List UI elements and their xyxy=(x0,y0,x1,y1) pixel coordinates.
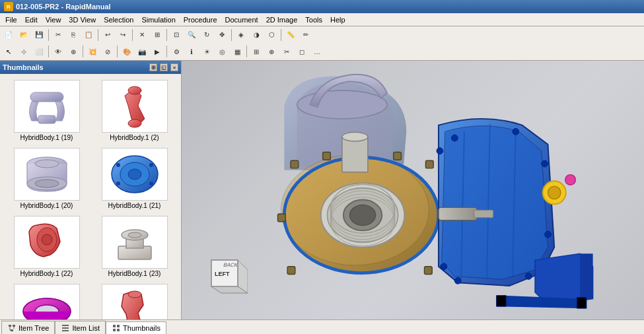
toolbar-show-all[interactable]: ⊕ xyxy=(66,44,81,59)
thumb-item-21[interactable]: HybridBody.1 (21) xyxy=(90,145,178,213)
toolbar-select-all[interactable]: ⊞ xyxy=(150,28,164,42)
toolbar-explode[interactable]: 💥 xyxy=(85,44,100,59)
menu-view[interactable]: View xyxy=(42,15,65,25)
svg-point-7 xyxy=(35,180,59,187)
left-panel: Thumbnails ⊞ ◱ × xyxy=(0,61,182,319)
orient-cube-svg: LEFT BACK xyxy=(195,253,248,306)
tab-item-tree[interactable]: Item Tree xyxy=(1,321,55,334)
thumb-svg-23 xyxy=(105,218,164,266)
toolbar-lighting[interactable]: ☀ xyxy=(199,44,214,59)
toolbar-shading[interactable]: ◑ xyxy=(249,28,264,42)
svg-rect-81 xyxy=(113,329,116,331)
toolbar-video[interactable]: ▶ xyxy=(150,44,164,59)
svg-point-53 xyxy=(542,160,548,167)
thumb-item-19[interactable]: HybridBody.1 (19) xyxy=(3,77,90,145)
svg-rect-77 xyxy=(62,327,69,329)
svg-point-60 xyxy=(548,186,560,199)
toolbar-sep-5 xyxy=(231,29,232,41)
thumb-item-20[interactable]: HybridBody.1 (20) xyxy=(3,145,90,213)
menu-selection[interactable]: Selection xyxy=(100,15,137,25)
toolbar-open[interactable]: 📂 xyxy=(17,28,31,42)
svg-rect-37 xyxy=(323,152,331,160)
thumb-svg-24 xyxy=(17,286,77,319)
menu-simulation[interactable]: Simulation xyxy=(137,15,179,25)
toolbar-undo[interactable]: ↩ xyxy=(100,28,115,42)
toolbar-measure[interactable]: 📏 xyxy=(283,28,298,42)
thumb-svg-19 xyxy=(17,83,77,130)
svg-point-12 xyxy=(116,163,120,167)
menu-tools[interactable]: Tools xyxy=(301,15,326,25)
toolbar-annotate[interactable]: ✏ xyxy=(299,28,313,42)
thumb-item-25[interactable]: HybridBody.1 (25) xyxy=(90,281,178,319)
menu-document[interactable]: Document xyxy=(221,15,262,25)
tab-item-list[interactable]: Item List xyxy=(55,321,106,334)
menu-help[interactable]: Help xyxy=(326,15,349,25)
panel-close-btn[interactable]: × xyxy=(170,63,178,71)
toolbar-clipping[interactable]: ✂ xyxy=(279,44,294,59)
thumb-label-19: HybridBody.1 (19) xyxy=(20,134,73,141)
menu-3dview[interactable]: 3D View xyxy=(65,15,100,25)
toolbar-redo[interactable]: ↪ xyxy=(116,28,130,42)
tab-thumbnails[interactable]: Thumbnails xyxy=(106,321,166,334)
panel-pin-btn[interactable]: ⊞ xyxy=(149,63,157,71)
thumbnail-grid: HybridBody.1 (19) xyxy=(0,74,181,319)
toolbar-delete[interactable]: ✕ xyxy=(135,28,149,42)
menu-file[interactable]: File xyxy=(1,15,21,25)
pump-3d-model xyxy=(215,67,611,312)
toolbar-axis[interactable]: ⊕ xyxy=(264,44,279,59)
svg-rect-32 xyxy=(425,160,433,168)
toolbar-zoom-fit[interactable]: ⊡ xyxy=(169,28,184,42)
toolbar-row-1: 📄 📂 💾 ✂ ⎘ 📋 ↩ ↪ ✕ ⊞ ⊡ 🔍 ↻ ✥ ◈ ◑ ⬡ 📏 ✏ xyxy=(0,26,644,44)
thumb-svg-25 xyxy=(105,286,164,319)
toolbar-more[interactable]: … xyxy=(310,44,324,59)
svg-rect-64 xyxy=(342,137,368,172)
thumb-canvas-22 xyxy=(14,216,80,269)
thumb-item-2[interactable]: HybridBody.1 (2) xyxy=(90,77,178,145)
toolbar-copy[interactable]: ⎘ xyxy=(66,28,81,42)
toolbar-texture[interactable]: ▦ xyxy=(230,44,244,59)
thumb-canvas-21 xyxy=(102,148,168,201)
menu-edit[interactable]: Edit xyxy=(21,15,42,25)
toolbar-material[interactable]: ◎ xyxy=(215,44,229,59)
toolbar-properties[interactable]: ℹ xyxy=(184,44,199,59)
thumb-item-22[interactable]: HybridBody.1 (22) xyxy=(3,213,90,281)
tab-thumbnails-label: Thumbnails xyxy=(123,324,161,332)
toolbar-transparency[interactable]: ◻ xyxy=(295,44,309,59)
toolbar-pan[interactable]: ✥ xyxy=(215,28,229,42)
toolbar-hide[interactable]: 👁 xyxy=(51,44,65,59)
toolbar-snapshot[interactable]: 📷 xyxy=(135,44,149,59)
toolbar-perspective[interactable]: ◈ xyxy=(234,28,248,42)
toolbar-new[interactable]: 📄 xyxy=(1,28,16,42)
toolbar-cut[interactable]: ✂ xyxy=(51,28,65,42)
tab-item-list-label: Item List xyxy=(72,324,100,332)
panel-float-btn[interactable]: ◱ xyxy=(160,63,168,71)
viewport[interactable]: LEFT BACK xyxy=(182,61,644,319)
orientation-cube: LEFT BACK xyxy=(195,253,248,306)
thumb-item-24[interactable]: HybridBody.1 (24) xyxy=(3,281,90,319)
toolbar-paste[interactable]: 📋 xyxy=(81,28,96,42)
svg-rect-78 xyxy=(62,330,69,331)
toolbar-section[interactable]: ⊘ xyxy=(100,44,115,59)
toolbar-pick[interactable]: ⊹ xyxy=(17,44,31,59)
toolbar-zoom-in[interactable]: 🔍 xyxy=(184,28,199,42)
toolbar-sep-3 xyxy=(132,29,133,41)
toolbar-select-rect[interactable]: ⬜ xyxy=(32,44,46,59)
panel-header-controls: ⊞ ◱ × xyxy=(149,63,178,71)
toolbar-grid[interactable]: ⊞ xyxy=(249,44,264,59)
toolbar-settings[interactable]: ⚙ xyxy=(169,44,184,59)
svg-point-2 xyxy=(128,86,141,94)
orient-back-label: BACK xyxy=(223,262,239,268)
toolbar-wireframe[interactable]: ⬡ xyxy=(264,28,279,42)
svg-point-11 xyxy=(128,169,141,180)
toolbar-rotate[interactable]: ↻ xyxy=(199,28,214,42)
menu-procedure[interactable]: Procedure xyxy=(180,15,221,25)
menu-bar: File Edit View 3D View Selection Simulat… xyxy=(0,13,644,26)
toolbar-render[interactable]: 🎨 xyxy=(120,44,134,59)
thumbnail-grid-container[interactable]: HybridBody.1 (19) xyxy=(0,74,181,319)
item-list-icon xyxy=(61,323,70,333)
toolbar-save[interactable]: 💾 xyxy=(32,28,46,42)
thumb-svg-2 xyxy=(105,83,164,130)
menu-2dimage[interactable]: 2D Image xyxy=(262,15,302,25)
thumb-item-23[interactable]: HybridBody.1 (23) xyxy=(90,213,178,281)
toolbar-cursor[interactable]: ↖ xyxy=(1,44,16,59)
